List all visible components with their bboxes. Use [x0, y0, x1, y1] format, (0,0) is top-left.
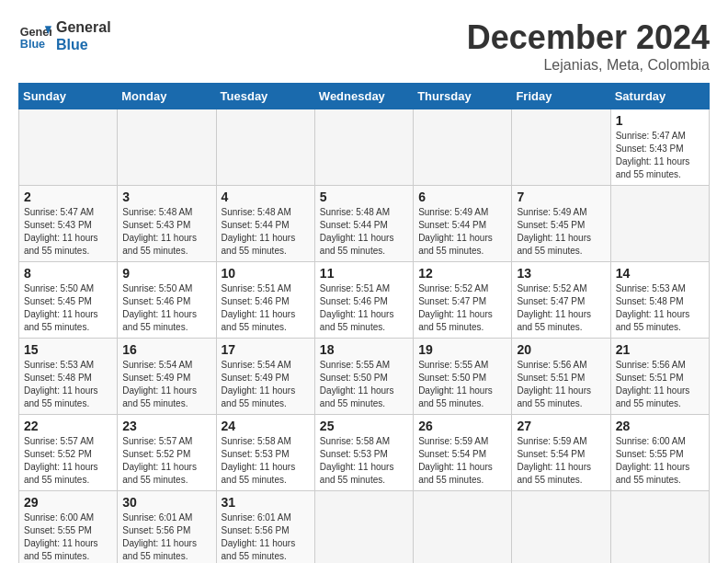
- calendar-cell: 23Sunrise: 5:57 AM Sunset: 5:52 PM Dayli…: [118, 415, 216, 491]
- calendar-cell: 3Sunrise: 5:48 AM Sunset: 5:43 PM Daylig…: [118, 186, 216, 262]
- calendar-cell: [512, 109, 610, 186]
- location: Lejanias, Meta, Colombia: [467, 57, 710, 74]
- day-detail: Sunrise: 5:48 AM Sunset: 5:44 PM Dayligh…: [320, 206, 408, 258]
- calendar-cell: [314, 109, 413, 186]
- col-header-thursday: Thursday: [414, 84, 512, 109]
- day-detail: Sunrise: 5:56 AM Sunset: 5:51 PM Dayligh…: [616, 359, 704, 410]
- day-detail: Sunrise: 5:59 AM Sunset: 5:54 PM Dayligh…: [517, 435, 605, 487]
- svg-text:Blue: Blue: [20, 38, 45, 51]
- calendar-cell: 27Sunrise: 5:59 AM Sunset: 5:54 PM Dayli…: [512, 415, 610, 491]
- calendar-cell: 16Sunrise: 5:54 AM Sunset: 5:49 PM Dayli…: [118, 339, 216, 415]
- calendar-table: SundayMondayTuesdayWednesdayThursdayFrid…: [18, 83, 710, 563]
- day-detail: Sunrise: 5:53 AM Sunset: 5:48 PM Dayligh…: [24, 359, 112, 410]
- day-detail: Sunrise: 5:57 AM Sunset: 5:52 PM Dayligh…: [24, 435, 112, 487]
- calendar-cell: 13Sunrise: 5:52 AM Sunset: 5:47 PM Dayli…: [512, 262, 610, 339]
- day-number: 7: [517, 190, 605, 204]
- col-header-wednesday: Wednesday: [314, 84, 413, 109]
- day-detail: Sunrise: 5:52 AM Sunset: 5:47 PM Dayligh…: [418, 282, 506, 334]
- day-detail: Sunrise: 5:54 AM Sunset: 5:49 PM Dayligh…: [222, 359, 310, 410]
- calendar-cell: 4Sunrise: 5:48 AM Sunset: 5:44 PM Daylig…: [216, 186, 314, 262]
- calendar-cell: [610, 186, 709, 262]
- day-detail: Sunrise: 5:48 AM Sunset: 5:44 PM Dayligh…: [222, 206, 310, 258]
- month-title: December 2024: [467, 18, 710, 57]
- col-header-friday: Friday: [512, 84, 610, 109]
- calendar-cell: [314, 491, 413, 564]
- day-number: 20: [517, 342, 605, 357]
- calendar-cell: [414, 109, 512, 186]
- title-area: December 2024 Lejanias, Meta, Colombia: [467, 18, 710, 74]
- day-detail: Sunrise: 5:59 AM Sunset: 5:54 PM Dayligh…: [418, 435, 506, 487]
- day-number: 14: [616, 266, 704, 281]
- day-detail: Sunrise: 5:55 AM Sunset: 5:50 PM Dayligh…: [320, 359, 408, 410]
- day-number: 19: [418, 342, 506, 357]
- day-detail: Sunrise: 5:49 AM Sunset: 5:44 PM Dayligh…: [418, 206, 506, 258]
- day-number: 24: [222, 419, 310, 433]
- logo-line2: Blue: [56, 36, 111, 53]
- calendar-cell: 11Sunrise: 5:51 AM Sunset: 5:46 PM Dayli…: [314, 262, 413, 339]
- calendar-week-2: 2Sunrise: 5:47 AM Sunset: 5:43 PM Daylig…: [19, 186, 710, 262]
- day-number: 16: [122, 342, 210, 357]
- calendar-cell: 12Sunrise: 5:52 AM Sunset: 5:47 PM Dayli…: [414, 262, 512, 339]
- calendar-header-row: SundayMondayTuesdayWednesdayThursdayFrid…: [19, 84, 710, 109]
- day-number: 13: [517, 266, 605, 281]
- day-detail: Sunrise: 5:52 AM Sunset: 5:47 PM Dayligh…: [517, 282, 605, 334]
- calendar-cell: 15Sunrise: 5:53 AM Sunset: 5:48 PM Dayli…: [19, 339, 118, 415]
- calendar-cell: [216, 109, 314, 186]
- day-number: 25: [320, 419, 408, 433]
- day-detail: Sunrise: 5:56 AM Sunset: 5:51 PM Dayligh…: [517, 359, 605, 410]
- calendar-cell: [512, 491, 610, 564]
- calendar-cell: 2Sunrise: 5:47 AM Sunset: 5:43 PM Daylig…: [19, 186, 118, 262]
- calendar-week-1: 1Sunrise: 5:47 AM Sunset: 5:43 PM Daylig…: [19, 109, 710, 186]
- logo-line1: General: [56, 18, 111, 36]
- day-number: 31: [222, 495, 310, 510]
- day-detail: Sunrise: 5:54 AM Sunset: 5:49 PM Dayligh…: [122, 359, 210, 410]
- calendar-cell: 28Sunrise: 6:00 AM Sunset: 5:55 PM Dayli…: [610, 415, 709, 491]
- day-number: 8: [24, 266, 112, 281]
- logo: General Blue General Blue: [18, 18, 111, 53]
- day-number: 21: [616, 342, 704, 357]
- calendar-cell: 20Sunrise: 5:56 AM Sunset: 5:51 PM Dayli…: [512, 339, 610, 415]
- day-detail: Sunrise: 6:01 AM Sunset: 5:56 PM Dayligh…: [222, 511, 310, 563]
- calendar-cell: 18Sunrise: 5:55 AM Sunset: 5:50 PM Dayli…: [314, 339, 413, 415]
- calendar-cell: 30Sunrise: 6:01 AM Sunset: 5:56 PM Dayli…: [118, 491, 216, 564]
- calendar-cell: [610, 491, 709, 564]
- day-detail: Sunrise: 6:00 AM Sunset: 5:55 PM Dayligh…: [616, 435, 704, 487]
- calendar-cell: 10Sunrise: 5:51 AM Sunset: 5:46 PM Dayli…: [216, 262, 314, 339]
- calendar-cell: 7Sunrise: 5:49 AM Sunset: 5:45 PM Daylig…: [512, 186, 610, 262]
- day-number: 26: [418, 419, 506, 433]
- day-number: 27: [517, 419, 605, 433]
- day-detail: Sunrise: 5:47 AM Sunset: 5:43 PM Dayligh…: [616, 130, 704, 181]
- day-number: 23: [122, 419, 210, 433]
- day-number: 2: [24, 190, 112, 204]
- calendar-cell: 5Sunrise: 5:48 AM Sunset: 5:44 PM Daylig…: [314, 186, 413, 262]
- day-detail: Sunrise: 5:51 AM Sunset: 5:46 PM Dayligh…: [320, 282, 408, 334]
- calendar-cell: 25Sunrise: 5:58 AM Sunset: 5:53 PM Dayli…: [314, 415, 413, 491]
- day-number: 18: [320, 342, 408, 357]
- calendar-week-6: 29Sunrise: 6:00 AM Sunset: 5:55 PM Dayli…: [19, 491, 710, 564]
- calendar-cell: 19Sunrise: 5:55 AM Sunset: 5:50 PM Dayli…: [414, 339, 512, 415]
- day-number: 9: [122, 266, 210, 281]
- calendar-cell: [19, 109, 118, 186]
- day-number: 15: [24, 342, 112, 357]
- day-detail: Sunrise: 5:50 AM Sunset: 5:46 PM Dayligh…: [122, 282, 210, 334]
- calendar-cell: 14Sunrise: 5:53 AM Sunset: 5:48 PM Dayli…: [610, 262, 709, 339]
- calendar-cell: 26Sunrise: 5:59 AM Sunset: 5:54 PM Dayli…: [414, 415, 512, 491]
- day-detail: Sunrise: 5:49 AM Sunset: 5:45 PM Dayligh…: [517, 206, 605, 258]
- day-number: 22: [24, 419, 112, 433]
- calendar-cell: 1Sunrise: 5:47 AM Sunset: 5:43 PM Daylig…: [610, 109, 709, 186]
- calendar-week-4: 15Sunrise: 5:53 AM Sunset: 5:48 PM Dayli…: [19, 339, 710, 415]
- day-detail: Sunrise: 5:47 AM Sunset: 5:43 PM Dayligh…: [24, 206, 112, 258]
- day-detail: Sunrise: 5:50 AM Sunset: 5:45 PM Dayligh…: [24, 282, 112, 334]
- calendar-cell: 21Sunrise: 5:56 AM Sunset: 5:51 PM Dayli…: [610, 339, 709, 415]
- day-number: 10: [222, 266, 310, 281]
- day-number: 3: [122, 190, 210, 204]
- day-number: 6: [418, 190, 506, 204]
- day-detail: Sunrise: 5:51 AM Sunset: 5:46 PM Dayligh…: [222, 282, 310, 334]
- col-header-monday: Monday: [118, 84, 216, 109]
- calendar-cell: 31Sunrise: 6:01 AM Sunset: 5:56 PM Dayli…: [216, 491, 314, 564]
- day-detail: Sunrise: 5:55 AM Sunset: 5:50 PM Dayligh…: [418, 359, 506, 410]
- col-header-saturday: Saturday: [610, 84, 709, 109]
- day-number: 4: [222, 190, 310, 204]
- day-number: 11: [320, 266, 408, 281]
- calendar-cell: 9Sunrise: 5:50 AM Sunset: 5:46 PM Daylig…: [118, 262, 216, 339]
